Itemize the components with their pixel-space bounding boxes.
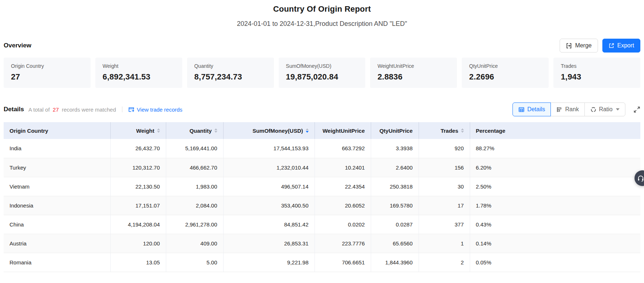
cell-weight: 22,130.50: [110, 177, 166, 196]
stat-value: 19,875,020.84: [286, 72, 358, 82]
cell-trades: 17: [419, 196, 470, 215]
cell-weight: 13.05: [110, 253, 166, 272]
overview-header-row: Overview Merge Export: [4, 39, 640, 53]
report-page: Country Of Origin Report 2024-01-01 to 2…: [0, 0, 644, 272]
column-header-inner: Percentage: [476, 128, 506, 134]
window-arrow-icon: [128, 106, 134, 113]
stat-card-origin-country: Origin Country 27: [4, 58, 91, 88]
column-header-percentage: Percentage: [470, 122, 640, 139]
tab-rank-label: Rank: [565, 106, 579, 113]
cell-qtyunitprice: 65.6560: [371, 234, 419, 253]
sort-carets-icon: [214, 128, 217, 133]
column-header-weight[interactable]: Weight: [110, 122, 166, 139]
view-switcher: Details Rank Ratio: [512, 102, 625, 116]
caret-up-icon: [461, 128, 464, 130]
column-header-label: Trades: [441, 128, 458, 134]
overview-cards: Origin Country 27 Weight 6,892,341.53 Qu…: [4, 58, 640, 88]
stat-card-trades: Trades 1,943: [553, 58, 640, 88]
column-header-inner: Trades: [441, 128, 464, 134]
table-body: India26,432.705,169,441.0017,544,153.936…: [4, 139, 640, 272]
column-header-label: SumOfMoney(USD): [252, 128, 303, 134]
cell-sumofmoney-usd: 84,851.42: [223, 215, 315, 234]
stat-label: WeightUnitPrice: [377, 63, 450, 69]
stat-label: Weight: [103, 63, 175, 69]
cell-origin-country: Indonesia: [4, 196, 110, 215]
details-toolbar-right: Details Rank Ratio: [512, 102, 640, 116]
column-header-label: Origin Country: [9, 128, 48, 134]
cell-weight: 17,151.07: [110, 196, 166, 215]
caret-down-icon: [157, 131, 160, 133]
ring-chart-icon: [590, 106, 597, 113]
caret-up-icon: [306, 128, 309, 130]
details-toolbar: Details A total of 27 records were match…: [4, 102, 640, 116]
overview-actions: Merge Export: [560, 39, 640, 53]
cell-sumofmoney-usd: 17,544,153.93: [223, 139, 315, 158]
column-header-inner: SumOfMoney(USD): [252, 128, 308, 134]
merge-button-label: Merge: [575, 42, 591, 49]
caret-down-icon: [461, 131, 464, 133]
cell-qtyunitprice: 250.3818: [371, 177, 419, 196]
cell-origin-country: Vietnam: [4, 177, 110, 196]
column-header-quantity[interactable]: Quantity: [166, 122, 223, 139]
column-header-inner: Quantity: [190, 128, 217, 134]
sort-carets-icon: [157, 128, 160, 133]
caret-down-icon: [306, 131, 309, 133]
cell-weightunitprice: 223.7776: [315, 234, 371, 253]
cell-weightunitprice: 663.7292: [315, 139, 371, 158]
sort-carets-icon: [306, 128, 309, 133]
column-header-inner: Origin Country: [9, 128, 48, 134]
cell-sumofmoney-usd: 1,232,010.44: [223, 158, 315, 177]
tab-details[interactable]: Details: [512, 102, 551, 116]
tab-ratio[interactable]: Ratio: [584, 102, 625, 116]
cell-origin-country: Turkey: [4, 158, 110, 177]
export-button[interactable]: Export: [602, 39, 640, 53]
cell-origin-country: China: [4, 215, 110, 234]
view-trade-records-link[interactable]: View trade records: [128, 106, 183, 113]
table-row-austria: Austria120.00409.0026,853.31223.777665.6…: [4, 234, 640, 253]
fullscreen-button[interactable]: [633, 106, 640, 113]
table-row-indonesia: Indonesia17,151.072,084.00353,400.5020.6…: [4, 196, 640, 215]
cell-percentage: 88.27%: [470, 139, 640, 158]
column-header-origin-country: Origin Country: [4, 122, 110, 139]
cell-weightunitprice: 10.2401: [315, 158, 371, 177]
merge-button[interactable]: Merge: [560, 39, 598, 53]
column-header-label: QtyUnitPrice: [380, 128, 413, 134]
caret-up-icon: [157, 128, 160, 130]
cell-weight: 120,312.70: [110, 158, 166, 177]
cell-trades: 156: [419, 158, 470, 177]
cell-weightunitprice: 0.0202: [315, 215, 371, 234]
cell-percentage: 2.50%: [470, 177, 640, 196]
column-header-sumofmoney-usd[interactable]: SumOfMoney(USD): [223, 122, 315, 139]
stat-label: QtyUnitPrice: [469, 63, 541, 69]
matched-records-text: A total of 27 records were matched: [28, 106, 116, 113]
stat-value: 2.2696: [469, 72, 541, 82]
cell-quantity: 2,084.00: [166, 196, 223, 215]
cell-percentage: 0.05%: [470, 253, 640, 272]
tab-rank[interactable]: Rank: [550, 102, 584, 116]
column-header-qtyunitprice: QtyUnitPrice: [371, 122, 419, 139]
column-header-label: Quantity: [190, 128, 212, 134]
view-trade-records-label: View trade records: [137, 106, 183, 113]
stat-value: 27: [11, 72, 83, 82]
cell-quantity: 466,662.70: [166, 158, 223, 177]
stat-value: 6,892,341.53: [103, 72, 175, 82]
cell-origin-country: Romania: [4, 253, 110, 272]
export-button-label: Export: [617, 42, 634, 49]
cell-trades: 377: [419, 215, 470, 234]
stat-card-sumofmoney: SumOfMoney(USD) 19,875,020.84: [279, 58, 366, 88]
caret-up-icon: [214, 128, 217, 130]
matched-count: 27: [53, 106, 59, 113]
stat-value: 2.8836: [377, 72, 450, 82]
table-row-vietnam: Vietnam22,130.501,983.00496,507.1422.435…: [4, 177, 640, 196]
column-header-label: Percentage: [476, 128, 506, 134]
column-header-trades[interactable]: Trades: [419, 122, 470, 139]
column-header-inner: Weight: [136, 128, 160, 134]
stat-card-weightunitprice: WeightUnitPrice 2.8836: [370, 58, 457, 88]
cell-quantity: 2,961,278.00: [166, 215, 223, 234]
details-heading: Details: [4, 106, 24, 113]
column-header-weightunitprice: WeightUnitPrice: [315, 122, 371, 139]
cell-origin-country: Austria: [4, 234, 110, 253]
cell-sumofmoney-usd: 353,400.50: [223, 196, 315, 215]
cell-percentage: 6.20%: [470, 158, 640, 177]
caret-down-icon: [214, 131, 217, 133]
